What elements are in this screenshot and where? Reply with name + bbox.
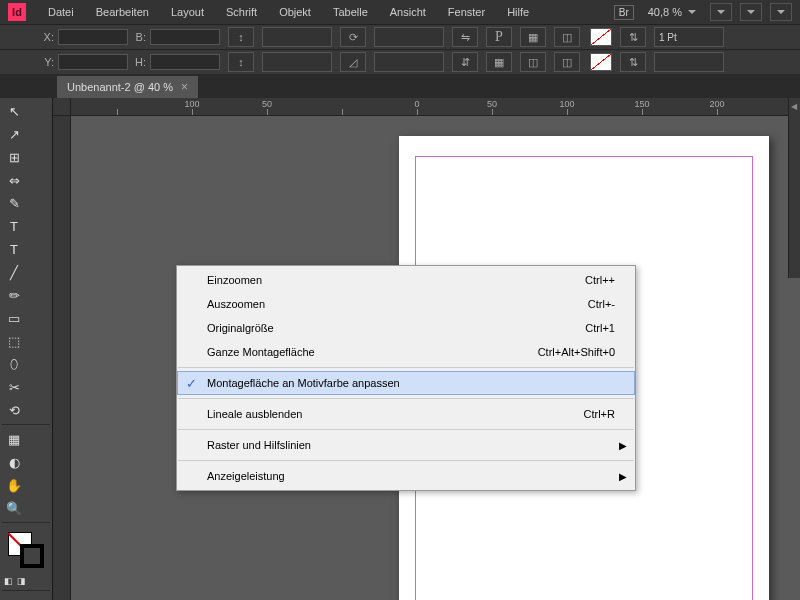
h-field[interactable] bbox=[150, 54, 220, 70]
menu-table[interactable]: Tabelle bbox=[323, 3, 378, 21]
h-label: H: bbox=[132, 56, 146, 68]
menu-layout[interactable]: Layout bbox=[161, 3, 214, 21]
free-transform-tool[interactable]: ⟲ bbox=[2, 399, 26, 421]
direct-selection-tool[interactable]: ↗ bbox=[2, 123, 26, 145]
misc-icon3[interactable]: ▦ bbox=[486, 52, 512, 72]
menu-edit[interactable]: Bearbeiten bbox=[86, 3, 159, 21]
menu-file[interactable]: Datei bbox=[38, 3, 84, 21]
swap-icon[interactable]: ⇅ bbox=[620, 27, 646, 47]
ruler-origin[interactable] bbox=[53, 98, 71, 116]
flip-v-icon[interactable]: ⇵ bbox=[452, 52, 478, 72]
scale-y-field[interactable] bbox=[262, 52, 332, 72]
rectangle-frame-tool[interactable]: ▭ bbox=[2, 307, 26, 329]
context-menu-shortcut: Ctrl+1 bbox=[585, 322, 615, 334]
context-menu-shortcut: Ctrl++ bbox=[585, 274, 615, 286]
context-menu-item[interactable]: EinzoomenCtrl++ bbox=[177, 268, 635, 292]
menu-window[interactable]: Fenster bbox=[438, 3, 495, 21]
ruler-mark: 200 bbox=[709, 99, 724, 109]
toolbox: ↖ ↗ ⊞ ⇔ ✎ T T ╱ ✏ ▭ ⬚ ⬯ ✂ ⟲ ▦ ◐ ✋ 🔍 ◧ ◨ … bbox=[0, 98, 53, 600]
constrain-icon[interactable]: ↕ bbox=[228, 27, 254, 47]
gap-tool[interactable]: ⇔ bbox=[2, 169, 26, 191]
apply-stroke-icon[interactable]: ◨ bbox=[15, 575, 27, 587]
ellipse-tool[interactable]: ⬯ bbox=[2, 353, 26, 375]
tab-close-icon[interactable]: × bbox=[181, 80, 188, 94]
type-tool[interactable]: T bbox=[2, 238, 26, 260]
context-menu-item[interactable]: Lineale ausblendenCtrl+R bbox=[177, 402, 635, 426]
x-field[interactable] bbox=[58, 29, 128, 45]
type-tool-2[interactable]: T bbox=[2, 215, 26, 237]
screen-mode-dropdown[interactable] bbox=[740, 3, 762, 21]
zoom-value: 40,8 % bbox=[648, 6, 682, 18]
context-menu-item[interactable]: Raster und Hilfslinien▶ bbox=[177, 433, 635, 457]
line-tool[interactable]: ╱ bbox=[2, 261, 26, 283]
y-field[interactable] bbox=[58, 54, 128, 70]
view-mode-normal[interactable]: ▭ bbox=[2, 594, 26, 600]
misc-icon5[interactable]: ◫ bbox=[554, 52, 580, 72]
misc-icon2[interactable]: ◫ bbox=[554, 27, 580, 47]
document-tab[interactable]: Unbenannt-2 @ 40 % × bbox=[57, 76, 198, 98]
menu-help[interactable]: Hilfe bbox=[497, 3, 539, 21]
view-mode-dropdown[interactable] bbox=[710, 3, 732, 21]
gradient-swatch-tool[interactable]: ▦ bbox=[2, 428, 26, 450]
misc-icon4[interactable]: ◫ bbox=[520, 52, 546, 72]
char-icon[interactable]: P bbox=[486, 27, 512, 47]
zoom-tool[interactable]: 🔍 bbox=[2, 497, 26, 519]
constrain-icon2[interactable]: ↕ bbox=[228, 52, 254, 72]
content-collector-tool[interactable]: ✎ bbox=[2, 192, 26, 214]
x-label: X: bbox=[40, 31, 54, 43]
b-label: B: bbox=[132, 31, 146, 43]
shear-icon[interactable]: ◿ bbox=[340, 52, 366, 72]
page-tool[interactable]: ⊞ bbox=[2, 146, 26, 168]
rectangle-tool[interactable]: ⬚ bbox=[2, 330, 26, 352]
ruler-mark: 100 bbox=[559, 99, 574, 109]
menubar: Id Datei Bearbeiten Layout Schrift Objek… bbox=[0, 0, 800, 24]
menu-type[interactable]: Schrift bbox=[216, 3, 267, 21]
gradient-feather-tool[interactable]: ◐ bbox=[2, 451, 26, 473]
context-menu-item[interactable]: ✓Montagefläche an Motivfarbe anpassen bbox=[177, 371, 635, 395]
ruler-vertical[interactable] bbox=[53, 116, 71, 600]
rotate-field[interactable] bbox=[374, 27, 444, 47]
flip-h-icon[interactable]: ⇋ bbox=[452, 27, 478, 47]
scissors-tool[interactable]: ✂ bbox=[2, 376, 26, 398]
arrange-dropdown[interactable] bbox=[770, 3, 792, 21]
ruler-horizontal[interactable]: 10050050100150200 bbox=[71, 98, 800, 116]
document-tab-title: Unbenannt-2 @ 40 % bbox=[67, 81, 173, 93]
context-menu-item[interactable]: AuszoomenCtrl+- bbox=[177, 292, 635, 316]
ruler-mark: 50 bbox=[262, 99, 272, 109]
selection-tool[interactable]: ↖ bbox=[2, 100, 26, 122]
context-menu-item[interactable]: Ganze MontageflächeCtrl+Alt+Shift+0 bbox=[177, 340, 635, 364]
rotate-icon[interactable]: ⟳ bbox=[340, 27, 366, 47]
scale-x-field[interactable] bbox=[262, 27, 332, 47]
misc-icon1[interactable]: ▦ bbox=[520, 27, 546, 47]
swap-icon2[interactable]: ⇅ bbox=[620, 52, 646, 72]
fill-swatch[interactable] bbox=[590, 28, 612, 46]
context-menu-label: Lineale ausblenden bbox=[207, 408, 584, 420]
context-menu-item[interactable]: Anzeigeleistung▶ bbox=[177, 464, 635, 488]
collapsed-panel-dock[interactable] bbox=[788, 98, 800, 278]
menu-view[interactable]: Ansicht bbox=[380, 3, 436, 21]
w-field[interactable] bbox=[150, 29, 220, 45]
context-menu-item[interactable]: OriginalgrößeCtrl+1 bbox=[177, 316, 635, 340]
pen-tool[interactable]: ✏ bbox=[2, 284, 26, 306]
shear-field[interactable] bbox=[374, 52, 444, 72]
hand-tool[interactable]: ✋ bbox=[2, 474, 26, 496]
stroke-weight-field[interactable]: 1 Pt bbox=[654, 27, 724, 47]
context-menu-label: Ganze Montagefläche bbox=[207, 346, 538, 358]
y-label: Y: bbox=[40, 56, 54, 68]
context-menu-label: Originalgröße bbox=[207, 322, 585, 334]
context-menu-label: Auszoomen bbox=[207, 298, 588, 310]
stroke-style-field[interactable] bbox=[654, 52, 724, 72]
zoom-level-display[interactable]: 40,8 % bbox=[642, 4, 702, 20]
control-bar-row1: X: B: ↕ ⟳ ⇋ P ▦ ◫ ⇅ 1 Pt bbox=[0, 24, 800, 49]
ruler-mark: 0 bbox=[414, 99, 419, 109]
app-icon: Id bbox=[8, 3, 26, 21]
context-menu-shortcut: Ctrl+Alt+Shift+0 bbox=[538, 346, 615, 358]
fill-stroke-swatches[interactable] bbox=[2, 530, 50, 574]
submenu-arrow-icon: ▶ bbox=[619, 440, 627, 451]
context-menu-shortcut: Ctrl+R bbox=[584, 408, 615, 420]
bridge-badge[interactable]: Br bbox=[614, 5, 634, 20]
apply-fill-icon[interactable]: ◧ bbox=[2, 575, 14, 587]
stroke-swatch[interactable] bbox=[590, 53, 612, 71]
menu-object[interactable]: Objekt bbox=[269, 3, 321, 21]
ruler-mark: 150 bbox=[634, 99, 649, 109]
